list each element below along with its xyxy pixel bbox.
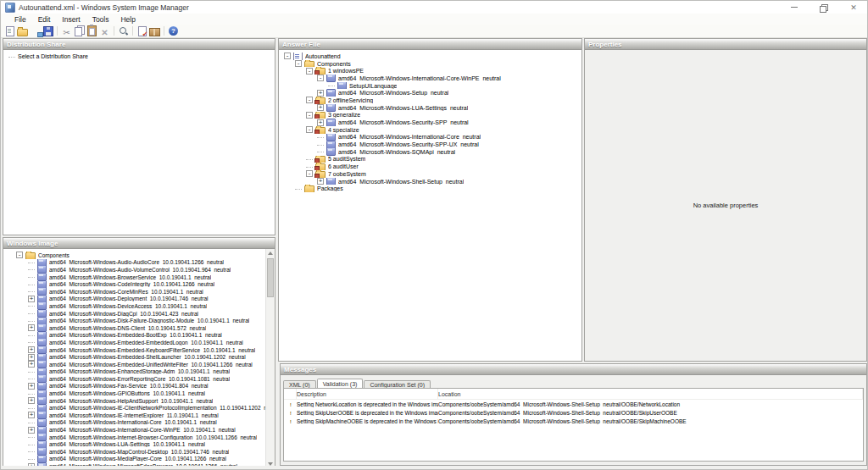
tree-item[interactable]: +amd64_Microsoft-Windows-Embedded-Unifie… xyxy=(16,361,275,368)
tree-item[interactable]: amd64_Microsoft-Windows-International-Co… xyxy=(16,419,275,427)
open-windows-image-button[interactable] xyxy=(29,25,42,36)
tree-item[interactable]: amd64_Microsoft-Windows-BrowserService_1… xyxy=(16,274,275,281)
help-button[interactable] xyxy=(167,25,180,36)
collapse-icon[interactable]: - xyxy=(306,170,313,177)
tab-validation[interactable]: Validation (3) xyxy=(317,379,364,388)
tree-item[interactable]: -1 windowsPE xyxy=(284,67,581,75)
expand-icon[interactable]: + xyxy=(28,397,35,404)
tree-item[interactable]: amd64_Microsoft-Windows-Audio-AudioCore_… xyxy=(16,259,275,267)
tree-item[interactable]: amd64_Microsoft-Windows-International-Co… xyxy=(284,134,581,141)
tree-item[interactable]: amd64_Microsoft-Windows-SQMApi_neutral xyxy=(284,148,581,156)
tree-item[interactable]: +amd64_Microsoft-Windows-LUA-Settings_ne… xyxy=(284,104,581,112)
expand-icon[interactable]: + xyxy=(317,104,324,111)
tree-item[interactable]: SetupUILanguage xyxy=(284,82,581,90)
tree-item[interactable]: +amd64_Microsoft-Windows-Setup_neutral xyxy=(284,89,581,97)
scroll-up-icon[interactable] xyxy=(266,249,275,257)
collapse-icon[interactable]: - xyxy=(306,112,313,119)
collapse-icon[interactable]: - xyxy=(306,68,313,75)
windows-image-scrollbar[interactable] xyxy=(265,249,275,468)
delete-button[interactable] xyxy=(98,25,111,36)
minimize-button[interactable] xyxy=(789,3,799,13)
tree-item[interactable]: +amd64_Microsoft-Windows-Fax-Service_10.… xyxy=(16,383,275,390)
tree-item[interactable]: +amd64_Microsoft-Windows-Embedded-ShellL… xyxy=(16,353,275,361)
copy-button[interactable] xyxy=(73,25,86,36)
menu-edit[interactable]: Edit xyxy=(32,15,57,24)
expand-icon[interactable]: + xyxy=(317,119,324,126)
expand-icon[interactable]: + xyxy=(28,383,35,390)
tree-item[interactable]: amd64_Microsoft-Windows-MediaPlayer-Core… xyxy=(16,456,275,463)
tree-item[interactable]: amd64_Microsoft-Windows-Embedded-BootExp… xyxy=(16,332,275,340)
tree-item[interactable]: Select a Distribution Share xyxy=(8,53,275,60)
tree-item[interactable]: -7 oobeSystem xyxy=(284,170,581,178)
expand-icon[interactable]: + xyxy=(28,361,35,368)
paste-button[interactable] xyxy=(86,25,98,36)
open-answer-file-button[interactable] xyxy=(16,25,29,36)
expand-icon[interactable]: + xyxy=(28,427,35,434)
tree-item[interactable]: amd64_Microsoft-Windows-GPIOButtons_10.0… xyxy=(16,390,275,397)
expand-icon[interactable]: + xyxy=(28,296,35,302)
tree-item[interactable]: amd64_Microsoft-Windows-Security-SPP-UX_… xyxy=(284,141,581,148)
tree-item[interactable]: Packages xyxy=(284,185,581,192)
expand-icon[interactable]: + xyxy=(28,354,35,361)
tree-item[interactable]: +amd64_Microsoft-Windows-Shell-Setup_neu… xyxy=(284,178,581,185)
tree-item[interactable]: +amd64_Microsoft-Windows-International-C… xyxy=(16,426,275,434)
tree-item[interactable]: -amd64_Microsoft-Windows-International-C… xyxy=(284,75,581,82)
tree-item[interactable]: amd64_Microsoft-Windows-MapControl-Deskt… xyxy=(16,448,275,456)
collapse-icon[interactable]: - xyxy=(295,60,302,67)
validate-answer-file-button[interactable] xyxy=(136,25,148,36)
tree-item[interactable]: 6 auditUser xyxy=(284,163,581,170)
collapse-icon[interactable]: - xyxy=(306,126,313,133)
tree-item[interactable]: +amd64_Microsoft-Windows-Embedded-Keyboa… xyxy=(16,346,275,354)
validation-message-row[interactable]: Setting SkipMachineOOBE is deprecated in… xyxy=(284,417,863,425)
tree-item[interactable]: amd64_Microsoft-Windows-EnhancedStorage-… xyxy=(16,368,275,376)
tree-item[interactable]: amd64_Microsoft-Windows-IE-ClientNetwork… xyxy=(16,404,275,412)
collapse-icon[interactable]: - xyxy=(317,75,324,81)
expand-icon[interactable]: + xyxy=(28,324,35,331)
find-button[interactable] xyxy=(117,25,130,36)
tree-item[interactable]: -Autounattend xyxy=(284,53,581,60)
tree-item[interactable]: +amd64_Microsoft-Windows-Deployment_10.0… xyxy=(16,296,275,303)
menu-file[interactable]: File xyxy=(8,15,32,24)
menu-help[interactable]: Help xyxy=(114,15,141,24)
tree-item[interactable]: +amd64_Microsoft-Windows-DNS-Client_10.0… xyxy=(16,324,275,332)
save-answer-file-button[interactable] xyxy=(42,25,54,36)
expand-icon[interactable]: + xyxy=(317,178,324,185)
tree-item[interactable]: amd64_Microsoft-Windows-Internet-Browser… xyxy=(16,434,275,441)
tree-item[interactable]: -4 specialize xyxy=(284,126,581,134)
close-button[interactable]: ✕ xyxy=(849,3,859,13)
tree-item[interactable]: -Components xyxy=(16,252,275,259)
tree-item[interactable]: amd64_Microsoft-Windows-Audio-VolumeCont… xyxy=(16,266,275,274)
collapse-icon[interactable]: - xyxy=(16,252,23,258)
tree-item[interactable]: amd64_Microsoft-Windows-Disk-Failure-Dia… xyxy=(16,317,275,324)
collapse-icon[interactable]: - xyxy=(306,97,313,103)
expand-icon[interactable]: + xyxy=(28,346,35,353)
validation-message-row[interactable]: Setting NetworkLocation is deprecated in… xyxy=(284,400,863,408)
restore-button[interactable] xyxy=(819,3,829,13)
description-column-header[interactable]: Description xyxy=(297,389,438,399)
tree-item[interactable]: amd64_Microsoft-Windows-ErrorReportingCo… xyxy=(16,375,275,383)
create-configuration-set-button[interactable] xyxy=(148,25,161,36)
tree-item[interactable]: amd64_Microsoft-Windows-DiagCpl_10.0.190… xyxy=(16,310,275,318)
expand-icon[interactable]: + xyxy=(317,90,324,97)
menu-insert[interactable]: Insert xyxy=(56,15,86,24)
tree-item[interactable]: amd64_Microsoft-Windows-Embedded-Embedde… xyxy=(16,339,275,346)
location-column-header[interactable]: Location xyxy=(438,389,863,399)
expand-icon[interactable]: + xyxy=(28,412,35,418)
tree-item[interactable]: amd64_Microsoft-Windows-LUA-Settings_10.… xyxy=(16,440,275,448)
tree-item[interactable]: +amd64_Microsoft-Windows-IE-InternetExpl… xyxy=(16,412,275,419)
new-answer-file-button[interactable] xyxy=(3,25,16,36)
tree-item[interactable]: amd64_Microsoft-Windows-CoreMinRes_10.0.… xyxy=(16,288,275,296)
collapse-icon[interactable]: - xyxy=(284,53,291,59)
cut-button[interactable] xyxy=(60,25,73,36)
validation-message-row[interactable]: Setting SkipUserOOBE is deprecated in th… xyxy=(284,408,863,417)
tree-item[interactable]: -Components xyxy=(284,60,581,68)
tree-item[interactable]: amd64_Microsoft-Windows-DeviceAccess_10.… xyxy=(16,302,275,310)
tree-item[interactable]: 5 auditSystem xyxy=(284,156,581,163)
tree-item[interactable]: +amd64_Microsoft-Windows-HelpAndSupport_… xyxy=(16,397,275,405)
tree-item[interactable]: amd64_Microsoft-Windows-CodeIntegrity_10… xyxy=(16,280,275,288)
tree-item[interactable]: -2 offlineServicing xyxy=(284,97,581,104)
menu-tools[interactable]: Tools xyxy=(86,15,115,24)
tree-item[interactable]: -3 generalize xyxy=(284,112,581,119)
scrollbar-thumb[interactable] xyxy=(267,258,274,297)
tree-item[interactable]: +amd64_Microsoft-Windows-Security-SPP_ne… xyxy=(284,119,581,126)
